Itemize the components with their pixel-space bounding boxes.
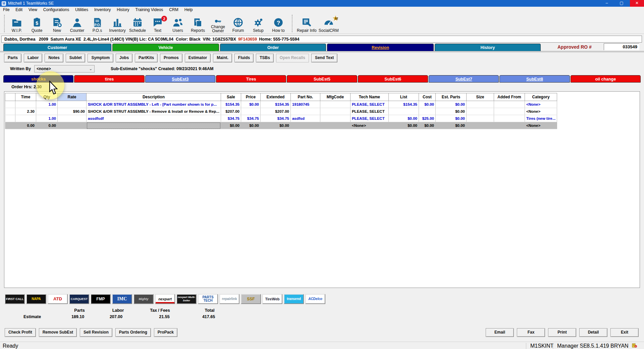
cell-price[interactable]: [241, 108, 260, 115]
grid-row[interactable]: 1.00 assdfsdf $34.75 $34.75 $34.75 asdfs…: [5, 115, 557, 122]
toolbar-schedule-button[interactable]: Schedule: [127, 16, 148, 34]
send-text-button[interactable]: Send Text: [311, 54, 337, 62]
cell-list[interactable]: [388, 108, 419, 115]
cell-selector[interactable]: [5, 115, 15, 122]
written-by-dropdown[interactable]: <none> ⌄: [34, 65, 95, 72]
remove-subest-button[interactable]: Remove SubEst: [39, 328, 77, 337]
cell-tech-name[interactable]: PLEASE, SELECT: [350, 115, 388, 122]
column-header[interactable]: Sale: [221, 93, 241, 101]
cell-selector[interactable]: [5, 108, 15, 115]
toolbar-reports-button[interactable]: Reports: [188, 16, 208, 34]
cell-selector[interactable]: [5, 101, 15, 108]
toolbar-repair-info-button[interactable]: Repair Info: [296, 16, 318, 34]
cell-part-no[interactable]: [290, 122, 320, 129]
column-header[interactable]: Added From: [494, 93, 525, 101]
cell-extended[interactable]: $154.35: [260, 101, 290, 108]
toolbar-inventory-button[interactable]: Inventory: [107, 16, 127, 34]
grid-row[interactable]: 2.30 $90.00 SHOCK &/OR STRUT ASSEMBLY - …: [5, 108, 557, 115]
tab-vehicle[interactable]: Vehicle: [112, 44, 219, 51]
cell-added-from[interactable]: [494, 115, 525, 122]
subest-tab-subest6[interactable]: SubEst6: [358, 75, 428, 83]
toolbar-howto-button[interactable]: ? How to: [268, 16, 288, 34]
toolbar-socialcrm-button[interactable]: ★32 SocialCRM: [318, 16, 340, 34]
toolbar-setup-button[interactable]: Setup: [248, 16, 268, 34]
column-header[interactable]: Rate: [58, 93, 87, 101]
vendor-logo-transend[interactable]: transend: [284, 294, 304, 304]
cell-time[interactable]: 2.30: [15, 108, 36, 115]
cell-mfgcode[interactable]: [320, 101, 350, 108]
cell-extended[interactable]: $0.00: [260, 122, 290, 129]
column-header[interactable]: Est. Parts: [435, 93, 466, 101]
vendor-logo-tireweb[interactable]: TireWeb: [262, 294, 282, 304]
menu-inventory[interactable]: Inventory: [91, 7, 114, 12]
grid-row[interactable]: 0.00 0.00 $0.00 $0.00 $0.00 <None> $0.00…: [5, 122, 557, 129]
cell-part-no[interactable]: [290, 108, 320, 115]
tab-history[interactable]: History: [435, 44, 541, 51]
subest-tab-subest7[interactable]: SubEst7: [429, 75, 499, 83]
toolbar-text-button[interactable]: 2 Text: [148, 16, 168, 34]
subest-tab-tires[interactable]: tires: [74, 75, 144, 83]
column-header[interactable]: Part No.: [290, 93, 320, 101]
vendor-logo-napa[interactable]: NAPA: [26, 294, 46, 304]
cell-time[interactable]: [15, 115, 36, 122]
column-header[interactable]: Description: [87, 93, 221, 101]
print-button[interactable]: Print: [548, 328, 576, 337]
menu-history[interactable]: History: [114, 7, 132, 12]
vendor-logo-repairlink[interactable]: repairlink: [219, 294, 239, 304]
sublet-button[interactable]: Sublet: [66, 54, 86, 62]
cell-category[interactable]: <None>: [525, 108, 557, 115]
fax-button[interactable]: Fax: [517, 328, 545, 337]
propack-button[interactable]: ProPack: [154, 328, 177, 337]
promos-button[interactable]: Promos: [160, 54, 182, 62]
menu-help[interactable]: Help: [181, 7, 196, 12]
cell-price[interactable]: $0.00: [241, 122, 260, 129]
menu-file[interactable]: File: [0, 7, 12, 12]
subest-tab-oil-change[interactable]: oil change: [571, 75, 641, 83]
cell-description[interactable]: [87, 122, 221, 129]
cell-tech-name[interactable]: PLEASE, SELECT: [350, 101, 388, 108]
vendor-logo-fmp[interactable]: FMP: [91, 294, 111, 304]
menu-edit[interactable]: Edit: [12, 7, 25, 12]
cell-added-from[interactable]: [494, 122, 525, 129]
cell-description[interactable]: SHOCK &/OR STRUT ASSEMBLY - Left - [Part…: [87, 101, 221, 108]
column-header[interactable]: [5, 93, 15, 101]
tab-order[interactable]: Order: [220, 44, 326, 51]
tsbs-button[interactable]: TSBs: [256, 54, 274, 62]
subest-tab-subest8[interactable]: SubEst8: [499, 75, 570, 83]
cell-cost[interactable]: $0.00: [419, 122, 435, 129]
cell-rate[interactable]: [58, 115, 87, 122]
cell-qty[interactable]: [36, 108, 58, 115]
cell-added-from[interactable]: [494, 101, 525, 108]
cell-mfgcode[interactable]: [320, 115, 350, 122]
cell-part-no[interactable]: 19180745: [290, 101, 320, 108]
vendor-logo-atd[interactable]: ATD: [48, 294, 68, 304]
maint-button[interactable]: Maint.: [213, 54, 232, 62]
menu-crm[interactable]: CRM: [166, 7, 181, 12]
cell-sale[interactable]: $34.75: [221, 115, 241, 122]
menu-view[interactable]: View: [25, 7, 40, 12]
cell-category[interactable]: Tires (new tire...: [525, 115, 557, 122]
cell-qty[interactable]: 1.00: [36, 115, 58, 122]
toolbar-new-button[interactable]: New: [47, 16, 67, 34]
toolbar-quote-button[interactable]: $ Quote: [27, 16, 47, 34]
cell-extended[interactable]: $207.00: [260, 108, 290, 115]
maximize-button[interactable]: ▢: [614, 0, 629, 7]
cell-cost[interactable]: $0.00: [419, 101, 435, 108]
cell-category[interactable]: <None>: [525, 122, 557, 129]
cell-description[interactable]: assdfsdf: [87, 115, 221, 122]
labor-button[interactable]: Labor: [24, 54, 42, 62]
email-button[interactable]: Email: [486, 328, 514, 337]
cell-extended[interactable]: $34.75: [260, 115, 290, 122]
notes-button[interactable]: Notes: [45, 54, 63, 62]
subest-tab-shocks[interactable]: shocks: [3, 75, 73, 83]
detail-button[interactable]: Detail: [579, 328, 607, 337]
cell-time[interactable]: [15, 101, 36, 108]
toolbar-counter-button[interactable]: Counter: [67, 16, 87, 34]
tab-customer[interactable]: Customer: [3, 44, 111, 51]
toolbar-pos-button[interactable]: P.O. P.O.s: [87, 16, 107, 34]
vendor-logo-partstech[interactable]: PARTS TECH: [198, 294, 218, 304]
toolbar-forum-button[interactable]: Forum: [228, 16, 248, 34]
toolbar-users-button[interactable]: Users: [168, 16, 188, 34]
symptom-button[interactable]: Symptom: [88, 54, 113, 62]
cell-part-no[interactable]: asdfsd: [290, 115, 320, 122]
